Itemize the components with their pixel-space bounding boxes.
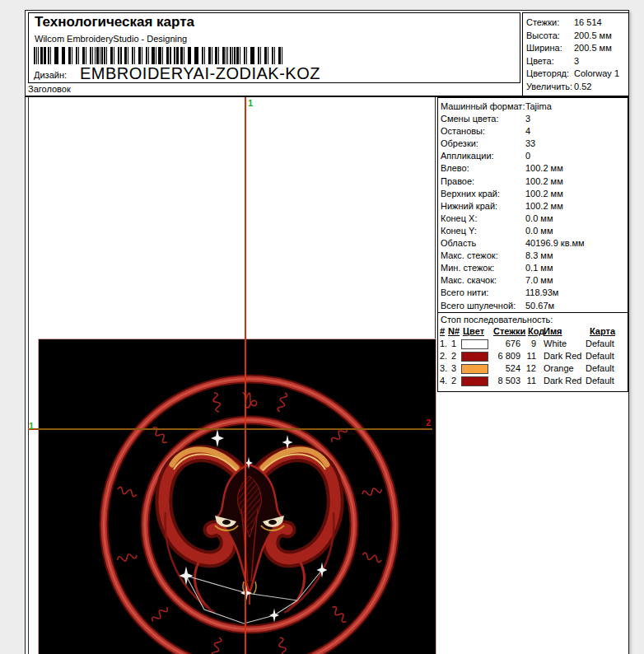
detail-label: Мин. стежок:: [441, 262, 494, 274]
cell-code: 12: [520, 362, 536, 375]
capricorn-glyph: ♑: [238, 387, 260, 414]
summary-value: Colorway 1: [574, 68, 619, 81]
col-header-needle: N#: [448, 326, 460, 336]
cell-map: Default: [586, 375, 614, 387]
detail-label: Всего шпулечной:: [441, 300, 516, 312]
detail-value: 100.2 мм: [525, 200, 563, 213]
cell-map: Default: [586, 338, 614, 350]
col-header-num: #: [440, 326, 445, 336]
summary-row: Высота: 200.5 мм: [523, 30, 628, 43]
summary-row: Увеличить: 0.52: [523, 81, 628, 94]
detail-value: 0.0 мм: [525, 225, 553, 237]
detail-label: Всего нити:: [441, 287, 488, 299]
summary-value: 200.5 мм: [574, 42, 612, 55]
summary-row: Ширина: 200.5 мм: [523, 42, 628, 55]
cell-num: 2.: [440, 350, 447, 362]
right-pupil: [268, 520, 277, 525]
col-header-map: Карта: [590, 326, 615, 336]
detail-row: Всего шпулечной: 50.67м: [438, 300, 628, 312]
embroidery-design: ♑: [39, 339, 436, 654]
detail-value: Tajima: [525, 100, 552, 113]
detail-label: Макс. скачок:: [441, 274, 497, 287]
cell-name: Orange: [544, 362, 574, 375]
worksheet-page: Технологическая карта Wilcom EmbroideryS…: [25, 10, 629, 654]
cell-num: 4.: [440, 375, 447, 387]
cell-stitches: 8 503: [484, 375, 520, 387]
worksheet-window: Технологическая карта Wilcom EmbroideryS…: [0, 0, 644, 654]
summary-value: 200.5 мм: [574, 30, 612, 43]
table-row: 3. 3 524 12 Orange Default: [438, 362, 628, 375]
detail-label: Остановы:: [441, 125, 485, 138]
detail-row: Обрезки: 33: [438, 138, 628, 150]
detail-label: Обрезки:: [441, 138, 478, 150]
detail-row: Конец Y: 0.0 мм: [438, 225, 628, 237]
detail-row: Правое: 100.2 мм: [438, 175, 628, 188]
detail-value: 50.67м: [525, 300, 554, 312]
detail-row: Область 40196.9 кв.мм: [438, 237, 628, 250]
detail-value: 0: [525, 150, 530, 162]
marker-left: 1: [29, 422, 34, 431]
detail-row: Верхних край: 100.2 мм: [438, 188, 628, 200]
cell-map: Default: [586, 350, 614, 362]
design-name: EMBROIDERYAI-ZODIAK-KOZ: [80, 64, 320, 83]
summary-value: 16 514: [574, 16, 602, 30]
detail-row: Мин. стежок: 0.1 мм: [438, 262, 628, 274]
detail-row: Конец X: 0.0 мм: [438, 213, 628, 225]
design-viewport: ♑: [28, 97, 436, 654]
detail-value: 7.0 мм: [525, 274, 553, 287]
stop-sequence-title: Стоп последовательность:: [441, 315, 553, 325]
design-label: Дизайн:: [34, 70, 67, 80]
table-row: 4. 2 8 503 11 Dark Red Default: [438, 375, 628, 387]
summary-value: 0.52: [574, 81, 591, 94]
detail-label: Верхних край:: [441, 188, 500, 200]
detail-label: Конец X:: [441, 213, 477, 225]
detail-label: Аппликации:: [441, 150, 494, 162]
detail-row: Макс. стежок: 8.3 мм: [438, 250, 628, 262]
cell-needle: 3: [451, 362, 456, 375]
detail-label: Влево:: [441, 162, 469, 175]
detail-row: Влево: 100.2 мм: [438, 162, 628, 175]
detail-value: 100.2 мм: [525, 162, 563, 175]
cell-code: 9: [520, 338, 536, 350]
app-subtitle: Wilcom EmbroideryStudio - Designing: [35, 34, 187, 44]
header-title-box: Технологическая карта Wilcom EmbroideryS…: [28, 12, 520, 83]
table-row: 2. 2 6 809 11 Dark Red Default: [438, 350, 628, 362]
detail-row: Остановы: 4: [438, 125, 628, 138]
machine-details-list: Машинный формат: Tajima Смены цвета: 3 О…: [438, 100, 628, 312]
summary-label: Увеличить:: [526, 81, 572, 94]
design-canvas: ♑: [38, 339, 436, 654]
cell-code: 11: [520, 350, 536, 362]
detail-value: 40196.9 кв.мм: [525, 237, 585, 250]
cell-code: 11: [520, 375, 536, 387]
marker-right: 2: [426, 418, 431, 427]
subheader-label: Заголовок: [28, 84, 71, 94]
summary-label: Ширина:: [526, 42, 562, 55]
page-title: Технологическая карта: [35, 14, 194, 30]
detail-label: Нижний край:: [441, 200, 497, 213]
detail-row: Нижний край: 100.2 мм: [438, 200, 628, 213]
cell-num: 3.: [440, 362, 447, 375]
col-header-stitches: Стежки: [493, 326, 525, 336]
detail-row: Всего нити: 118.93м: [438, 287, 628, 299]
summary-label: Стежки:: [526, 16, 559, 30]
detail-value: 100.2 мм: [525, 188, 563, 200]
stop-sequence-section: Стоп последовательность: # N# Цвет Стежк…: [438, 312, 628, 392]
cell-num: 1.: [440, 338, 447, 350]
detail-label: Смены цвета:: [441, 113, 499, 125]
detail-label: Машинный формат:: [441, 100, 525, 113]
detail-row: Машинный формат: Tajima: [438, 100, 628, 113]
col-header-color: Цвет: [463, 326, 484, 336]
summary-label: Цвета:: [526, 55, 554, 68]
detail-value: 4: [525, 125, 530, 138]
stop-sequence-table: 1. 1 676 9 White Default 2. 2: [438, 338, 628, 387]
col-header-code: Код: [528, 326, 544, 336]
detail-label: Макс. стежок:: [441, 250, 498, 262]
detail-row: Аппликации: 0: [438, 150, 628, 162]
summary-stats-list: Стежки: 16 514 Высота: 200.5 мм Ширина: …: [523, 16, 628, 94]
cell-name: White: [544, 338, 567, 350]
summary-row: Цветоряд: Colorway 1: [523, 68, 628, 81]
table-row: 1. 1 676 9 White Default: [438, 338, 628, 350]
cell-stitches: 524: [484, 362, 520, 375]
detail-value: 8.3 мм: [525, 250, 553, 262]
detail-label: Область: [441, 237, 476, 250]
